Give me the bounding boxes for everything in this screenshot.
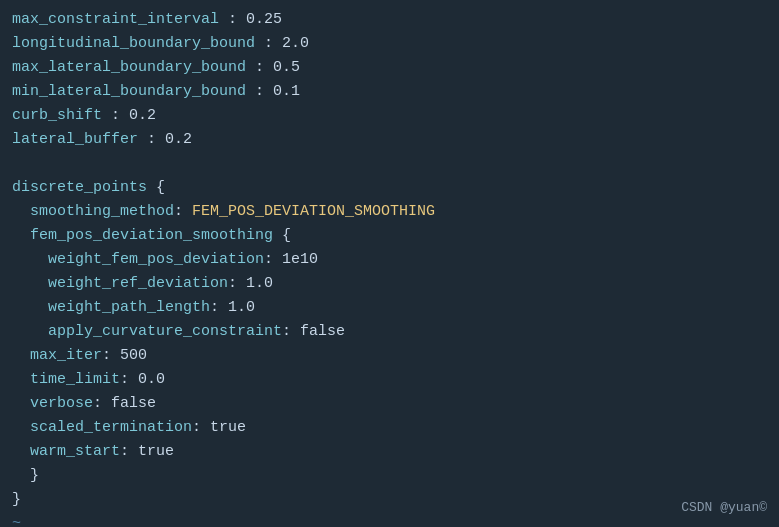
code-line: fem_pos_deviation_smoothing { xyxy=(12,224,767,248)
code-line: longitudinal_boundary_bound : 2.0 xyxy=(12,32,767,56)
code-line: min_lateral_boundary_bound : 0.1 xyxy=(12,80,767,104)
code-container: max_constraint_interval : 0.25longitudin… xyxy=(0,0,779,527)
code-line: verbose: false xyxy=(12,392,767,416)
code-line: weight_fem_pos_deviation: 1e10 xyxy=(12,248,767,272)
watermark: CSDN @yuan© xyxy=(681,498,767,519)
code-line: weight_ref_deviation: 1.0 xyxy=(12,272,767,296)
tilde-line: ~ xyxy=(12,512,767,527)
code-lines: max_constraint_interval : 0.25longitudin… xyxy=(12,8,767,527)
code-line: discrete_points { xyxy=(12,176,767,200)
code-line: smoothing_method: FEM_POS_DEVIATION_SMOO… xyxy=(12,200,767,224)
code-line: weight_path_length: 1.0 xyxy=(12,296,767,320)
close-brace-line: } xyxy=(12,488,767,512)
close-brace-line: } xyxy=(12,464,767,488)
code-line: apply_curvature_constraint: false xyxy=(12,320,767,344)
code-line: lateral_buffer : 0.2 xyxy=(12,128,767,152)
code-line: time_limit: 0.0 xyxy=(12,368,767,392)
code-line: warm_start: true xyxy=(12,440,767,464)
empty-line xyxy=(12,152,767,176)
code-line: curb_shift : 0.2 xyxy=(12,104,767,128)
code-line: max_iter: 500 xyxy=(12,344,767,368)
code-line: scaled_termination: true xyxy=(12,416,767,440)
code-line: max_lateral_boundary_bound : 0.5 xyxy=(12,56,767,80)
code-line: max_constraint_interval : 0.25 xyxy=(12,8,767,32)
